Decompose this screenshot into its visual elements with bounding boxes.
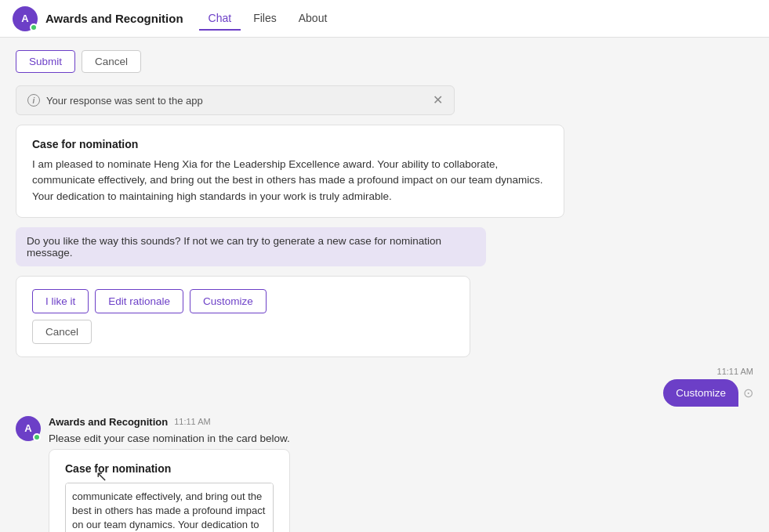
bot-avatar: A (16, 416, 41, 441)
nav-files[interactable]: Files (244, 7, 286, 31)
action-cancel-button[interactable]: Cancel (32, 320, 92, 344)
question-text: Do you like the way this sounds? If not … (16, 227, 486, 266)
top-submit-button[interactable]: Submit (16, 50, 75, 73)
cursor: ↖ (96, 468, 107, 485)
edit-card: Case for nomination communicate effectiv… (49, 449, 290, 532)
notification-text: Your response was sent to the app (46, 95, 203, 107)
nomination-card: Case for nomination I am pleased to nomi… (16, 125, 564, 218)
edit-rationale-button[interactable]: Edit rationale (95, 289, 183, 313)
bot-online-indicator (33, 433, 41, 441)
top-notification-bar: i Your response was sent to the app ✕ (16, 85, 455, 115)
bot-message-row: A Awards and Recognition 11:11 AM Please… (16, 416, 753, 532)
check-circle-icon: ⊙ (743, 385, 753, 400)
header-nav: Chat Files About (199, 7, 337, 31)
bot-sender-name: Awards and Recognition (49, 416, 168, 428)
bot-speech-text: Please edit your case nomination in the … (49, 432, 290, 444)
edit-textarea[interactable]: communicate effectively, and bring out t… (65, 483, 274, 532)
right-timestamp: 11:11 AM (717, 367, 753, 376)
top-cancel-button[interactable]: Cancel (82, 50, 141, 73)
chat-area: Submit Cancel i Your response was sent t… (0, 38, 769, 532)
info-icon: i (27, 94, 40, 107)
bot-sender-info: Awards and Recognition 11:11 AM (49, 416, 290, 428)
top-action-row: Submit Cancel (16, 50, 753, 73)
customize-button[interactable]: Customize (190, 289, 267, 313)
right-message-area: 11:11 AM Customize ⊙ (16, 367, 753, 407)
action-button-row: I like it Edit rationale Customize (32, 289, 454, 313)
notification-close-button[interactable]: ✕ (433, 94, 443, 107)
notification-left: i Your response was sent to the app (27, 94, 203, 107)
question-message: Do you like the way this sounds? If not … (16, 227, 753, 266)
bot-message-time: 11:11 AM (174, 417, 210, 426)
header: A Awards and Recognition Chat Files Abou… (0, 0, 769, 38)
action-card: I like it Edit rationale Customize Cance… (16, 276, 470, 357)
nomination-card-title: Case for nomination (32, 138, 548, 150)
like-button[interactable]: I like it (32, 289, 89, 313)
right-bubble: Customize (663, 379, 738, 407)
app-title: Awards and Recognition (45, 12, 183, 25)
app-avatar: A (13, 6, 38, 31)
nomination-card-body: I am pleased to nominate Heng Xia for th… (32, 157, 548, 204)
nav-about[interactable]: About (289, 7, 337, 31)
action-cancel-row: Cancel (32, 320, 454, 344)
nav-chat[interactable]: Chat (199, 7, 241, 31)
bot-message-content: Awards and Recognition 11:11 AM Please e… (49, 416, 290, 532)
online-indicator (30, 24, 38, 31)
